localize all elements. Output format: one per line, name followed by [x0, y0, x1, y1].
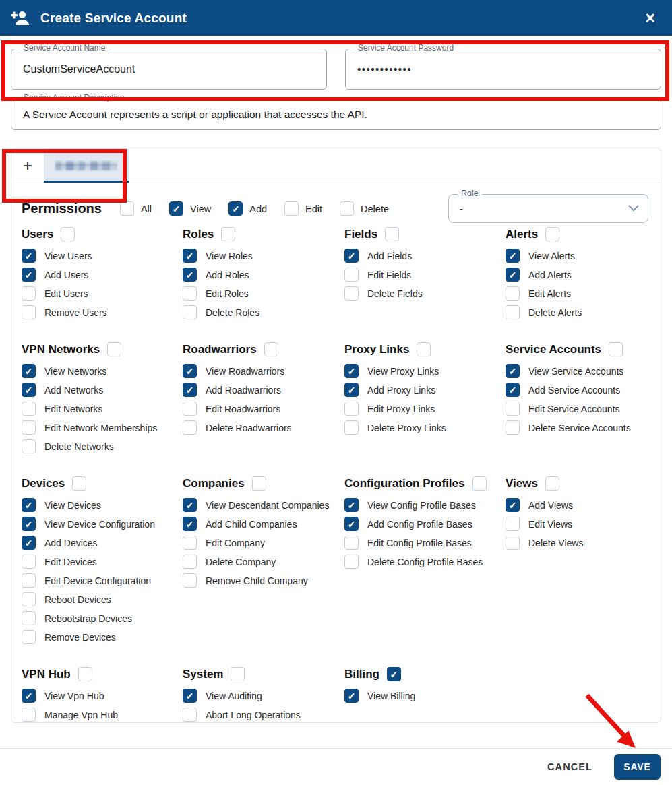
permission-item[interactable]: ✓ Manage Vpn Hub — [22, 708, 183, 722]
permission-item[interactable]: ✓ Delete Fields — [344, 286, 506, 301]
group-checkbox[interactable]: ✓ — [78, 667, 92, 681]
checkbox[interactable]: ✓ — [183, 383, 197, 397]
permission-item[interactable]: ✓ View Service Accounts — [506, 364, 661, 378]
permission-item[interactable]: ✓ Edit Networks — [22, 402, 183, 416]
group-checkbox[interactable]: ✓ — [545, 476, 559, 491]
checkbox[interactable]: ✓ — [506, 420, 520, 435]
checkbox[interactable]: ✓ — [22, 592, 36, 606]
permission-item[interactable]: ✓ Add Fields — [344, 249, 506, 263]
permission-item[interactable]: ✓ Remove Users — [22, 305, 183, 319]
tab-selected-redacted[interactable] — [44, 148, 129, 183]
checkbox[interactable]: ✓ — [22, 268, 36, 282]
permission-item[interactable]: ✓ Remove Child Company — [183, 573, 344, 588]
checkbox[interactable]: ✓ — [22, 630, 36, 644]
permission-item[interactable]: ✓ Edit Views — [506, 517, 661, 531]
group-checkbox[interactable]: ✓ — [231, 667, 245, 681]
permission-item[interactable]: ✓ View Networks — [22, 364, 183, 378]
permission-item[interactable]: ✓ Add Views — [506, 498, 661, 512]
close-icon[interactable]: ✕ — [639, 7, 661, 29]
checkbox[interactable]: ✓ — [22, 286, 36, 301]
group-checkbox[interactable]: ✓ — [609, 342, 623, 356]
permission-item[interactable]: ✓ Delete Alerts — [506, 305, 661, 319]
permission-item[interactable]: ✓ Edit Service Accounts — [506, 402, 661, 416]
permission-item[interactable]: ✓ Delete Views — [506, 536, 661, 550]
name-field-value[interactable]: CustomServiceAccount — [11, 49, 326, 89]
permission-item[interactable]: ✓ View Device Configuration — [22, 517, 183, 531]
service-account-name-field[interactable]: Service Account Name CustomServiceAccoun… — [11, 49, 327, 90]
checkbox[interactable]: ✓ — [344, 402, 359, 416]
checkbox[interactable]: ✓ — [344, 498, 359, 512]
permission-item[interactable]: ✓ View Config Profile Bases — [344, 498, 506, 512]
permission-item[interactable]: ✓ Delete Roles — [183, 305, 344, 319]
checkbox[interactable]: ✓ — [183, 305, 197, 319]
permission-item[interactable]: ✓ Abort Long Operations — [183, 708, 344, 722]
save-button[interactable]: SAVE — [614, 754, 661, 780]
quick-toggle[interactable]: ✓ Delete — [340, 201, 389, 216]
checkbox[interactable]: ✓ — [506, 286, 520, 301]
role-select[interactable]: Role - — [448, 194, 648, 223]
permission-item[interactable]: ✓ Delete Config Profile Bases — [344, 555, 506, 569]
checkbox[interactable]: ✓ — [120, 201, 134, 216]
checkbox[interactable]: ✓ — [344, 536, 359, 550]
permission-item[interactable]: ✓ Delete Proxy Links — [344, 420, 506, 435]
checkbox[interactable]: ✓ — [284, 201, 299, 216]
checkbox[interactable]: ✓ — [183, 420, 197, 435]
checkbox[interactable]: ✓ — [22, 555, 36, 569]
permission-item[interactable]: ✓ Edit Device Configuration — [22, 573, 183, 588]
checkbox[interactable]: ✓ — [183, 689, 197, 703]
permission-item[interactable]: ✓ Edit Config Profile Bases — [344, 536, 506, 550]
checkbox[interactable]: ✓ — [22, 689, 36, 703]
checkbox[interactable]: ✓ — [506, 305, 520, 319]
checkbox[interactable]: ✓ — [344, 249, 359, 263]
permission-item[interactable]: ✓ View Descendant Companies — [183, 498, 344, 512]
group-checkbox[interactable]: ✓ — [387, 667, 401, 681]
checkbox[interactable]: ✓ — [22, 498, 36, 512]
checkbox[interactable]: ✓ — [344, 286, 359, 301]
checkbox[interactable]: ✓ — [183, 573, 197, 588]
checkbox[interactable]: ✓ — [22, 364, 36, 378]
add-tab-button[interactable]: + — [11, 148, 44, 183]
checkbox[interactable]: ✓ — [22, 305, 36, 319]
group-checkbox[interactable]: ✓ — [472, 476, 487, 491]
permission-item[interactable]: ✓ Edit Users — [22, 286, 183, 301]
group-checkbox[interactable]: ✓ — [545, 227, 559, 241]
description-field-value[interactable]: A Service Account represents a script or… — [11, 99, 661, 129]
permission-item[interactable]: ✓ Delete Networks — [22, 439, 183, 453]
checkbox[interactable]: ✓ — [344, 383, 359, 397]
checkbox[interactable]: ✓ — [22, 517, 36, 531]
checkbox[interactable]: ✓ — [183, 402, 197, 416]
checkbox[interactable]: ✓ — [183, 536, 197, 550]
group-checkbox[interactable]: ✓ — [221, 227, 235, 241]
quick-toggle[interactable]: ✓ Add — [228, 201, 267, 216]
service-account-description-field[interactable]: Service Account Description A Service Ac… — [11, 98, 661, 130]
checkbox[interactable]: ✓ — [228, 201, 243, 216]
checkbox[interactable]: ✓ — [506, 498, 520, 512]
checkbox[interactable]: ✓ — [183, 249, 197, 263]
permission-item[interactable]: ✓ Edit Roadwarriors — [183, 402, 344, 416]
checkbox[interactable]: ✓ — [506, 402, 520, 416]
permission-item[interactable]: ✓ Reboot Devices — [22, 592, 183, 606]
group-checkbox[interactable]: ✓ — [264, 342, 278, 356]
password-field-value[interactable]: •••••••••••• — [346, 49, 661, 89]
checkbox[interactable]: ✓ — [183, 286, 197, 301]
checkbox[interactable]: ✓ — [344, 364, 359, 378]
checkbox[interactable]: ✓ — [344, 689, 359, 703]
quick-toggle[interactable]: ✓ Edit — [284, 201, 322, 216]
group-checkbox[interactable]: ✓ — [107, 342, 121, 356]
group-checkbox[interactable]: ✓ — [417, 342, 431, 356]
permission-item[interactable]: ✓ Add Networks — [22, 383, 183, 397]
checkbox[interactable]: ✓ — [506, 364, 520, 378]
group-checkbox[interactable]: ✓ — [385, 227, 399, 241]
checkbox[interactable]: ✓ — [183, 498, 197, 512]
quick-toggle[interactable]: ✓ View — [169, 201, 211, 216]
permission-item[interactable]: ✓ Edit Proxy Links — [344, 402, 506, 416]
permission-item[interactable]: ✓ Remove Devices — [22, 630, 183, 644]
checkbox[interactable]: ✓ — [183, 364, 197, 378]
checkbox[interactable]: ✓ — [22, 249, 36, 263]
checkbox[interactable]: ✓ — [183, 555, 197, 569]
checkbox[interactable]: ✓ — [506, 383, 520, 397]
checkbox[interactable]: ✓ — [22, 536, 36, 550]
permission-item[interactable]: ✓ Edit Devices — [22, 555, 183, 569]
checkbox[interactable]: ✓ — [22, 420, 36, 435]
service-account-password-field[interactable]: Service Account Password •••••••••••• — [345, 49, 661, 90]
